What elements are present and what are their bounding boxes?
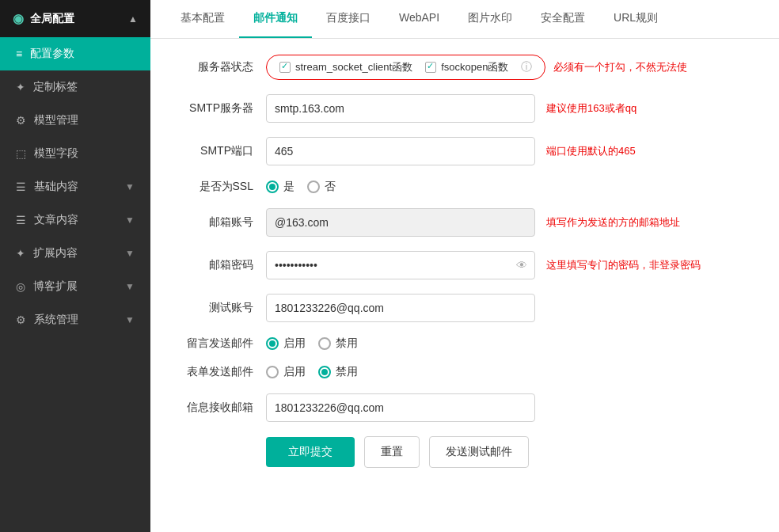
form-email-radio-group: 启用 禁用: [266, 365, 358, 379]
sidebar-item-system-mgmt[interactable]: ⚙ 系统管理 ▼: [0, 303, 150, 336]
sidebar-item-blogger-ext-label: 博客扩展: [33, 279, 78, 294]
basic-content-icon: ☰: [16, 180, 26, 193]
email-account-row: 邮箱账号 填写作为发送的方的邮箱地址: [174, 208, 755, 237]
form-content: 服务器状态 stream_socket_client函数 fsockopen函数…: [150, 39, 779, 532]
model-fields-icon: ⬚: [16, 147, 26, 160]
tab-email-notify[interactable]: 邮件通知: [239, 0, 312, 38]
comment-enabled-label: 启用: [283, 336, 306, 351]
email-password-wrapper: 👁: [266, 251, 535, 279]
config-params-icon: ≡: [16, 48, 22, 60]
test-email-button[interactable]: 发送测试邮件: [429, 436, 529, 468]
stream-socket-func: stream_socket_client函数: [279, 60, 412, 74]
receive-email-input[interactable]: [266, 393, 535, 422]
comment-email-radio-group: 启用 禁用: [266, 336, 358, 351]
ssl-label: 是否为SSL: [174, 180, 253, 194]
ssl-row: 是否为SSL 是 否: [174, 180, 755, 194]
stream-socket-checkbox[interactable]: [279, 62, 291, 73]
smtp-port-label: SMTP端口: [174, 144, 253, 158]
email-account-label: 邮箱账号: [174, 215, 253, 230]
tab-url-rules[interactable]: URL规则: [599, 0, 672, 38]
smtp-server-row: SMTP服务器 建议使用163或者qq: [174, 94, 755, 123]
form-enabled-option[interactable]: 启用: [266, 365, 306, 379]
sidebar-header-arrow-icon: ▲: [128, 13, 138, 25]
comment-disabled-radio[interactable]: [318, 337, 331, 350]
basic-content-arrow-icon: ▼: [125, 181, 135, 192]
ssl-yes-option[interactable]: 是: [266, 180, 294, 194]
extended-content-icon: ✦: [16, 247, 25, 260]
email-password-label: 邮箱密码: [174, 258, 253, 272]
smtp-port-input[interactable]: [266, 137, 535, 165]
fsockopen-checkbox[interactable]: [425, 62, 436, 73]
reset-button[interactable]: 重置: [364, 436, 420, 468]
email-password-row: 邮箱密码 👁 这里填写专门的密码，非登录密码: [174, 251, 755, 279]
comment-enabled-option[interactable]: 启用: [266, 336, 306, 351]
tab-watermark[interactable]: 图片水印: [454, 0, 526, 38]
sidebar-header-label: 全局配置: [30, 12, 74, 26]
sidebar-item-model-fields[interactable]: ⬚ 模型字段: [0, 137, 150, 170]
ssl-no-option[interactable]: 否: [307, 180, 336, 194]
form-email-label: 表单发送邮件: [174, 365, 253, 379]
form-enabled-label: 启用: [283, 365, 306, 379]
ssl-yes-radio[interactable]: [266, 180, 279, 193]
sidebar-item-basic-content-label: 基础内容: [34, 180, 78, 194]
sidebar-item-model-mgmt-label: 模型管理: [34, 113, 78, 127]
info-icon[interactable]: ⓘ: [521, 60, 532, 74]
test-account-label: 测试账号: [174, 301, 253, 315]
ssl-yes-label: 是: [283, 180, 294, 194]
extended-content-arrow-icon: ▼: [125, 248, 135, 259]
button-row: 立即提交 重置 发送测试邮件: [174, 436, 755, 468]
email-account-hint: 填写作为发送的方的邮箱地址: [546, 215, 680, 230]
sidebar-item-system-mgmt-label: 系统管理: [34, 313, 78, 327]
tab-baidu-api[interactable]: 百度接口: [312, 0, 385, 38]
eye-icon[interactable]: 👁: [516, 259, 527, 272]
stream-socket-label: stream_socket_client函数: [295, 60, 412, 74]
main-content: 基本配置 邮件通知 百度接口 WebAPI 图片水印 安全配置 URL规则 服务…: [150, 0, 779, 532]
sidebar-item-article-content[interactable]: ☰ 文章内容 ▼: [0, 203, 150, 237]
sidebar-item-blogger-ext[interactable]: ◎ 博客扩展 ▼: [0, 270, 150, 303]
email-password-input[interactable]: [266, 251, 535, 279]
blogger-ext-icon: ◎: [16, 280, 25, 293]
test-account-input[interactable]: [266, 294, 535, 322]
ssl-radio-group: 是 否: [266, 180, 336, 194]
form-enabled-radio[interactable]: [266, 366, 279, 378]
ssl-no-radio[interactable]: [307, 180, 320, 193]
comment-disabled-option[interactable]: 禁用: [318, 336, 358, 351]
model-mgmt-icon: ⚙: [16, 114, 26, 127]
email-password-hint: 这里填写专门的密码，非登录密码: [546, 258, 701, 272]
sidebar: ◉ 全局配置 ▲ ≡ 配置参数 ✦ 定制标签 ⚙ 模型管理 ⬚ 模型字段 ☰ 基…: [0, 0, 150, 532]
fsockopen-func: fsockopen函数: [425, 60, 508, 74]
form-disabled-radio[interactable]: [318, 366, 331, 378]
receive-email-row: 信息接收邮箱: [174, 393, 755, 422]
sidebar-item-custom-tags[interactable]: ✦ 定制标签: [0, 70, 150, 104]
sidebar-item-extended-content-label: 扩展内容: [33, 246, 78, 260]
email-account-input[interactable]: [266, 208, 535, 237]
smtp-server-hint: 建议使用163或者qq: [546, 101, 636, 116]
smtp-server-label: SMTP服务器: [174, 101, 253, 116]
sidebar-item-config-params[interactable]: ≡ 配置参数: [0, 37, 150, 70]
sidebar-item-model-mgmt[interactable]: ⚙ 模型管理: [0, 104, 150, 137]
ssl-no-label: 否: [325, 180, 336, 194]
tab-webapi[interactable]: WebAPI: [385, 0, 454, 38]
server-status-label: 服务器状态: [174, 60, 253, 74]
form-disabled-option[interactable]: 禁用: [318, 365, 358, 379]
comment-enabled-radio[interactable]: [266, 337, 279, 350]
sidebar-item-basic-content[interactable]: ☰ 基础内容 ▼: [0, 170, 150, 203]
tab-security[interactable]: 安全配置: [526, 0, 599, 38]
server-status-row: 服务器状态 stream_socket_client函数 fsockopen函数…: [174, 55, 755, 80]
system-mgmt-icon: ⚙: [16, 314, 26, 326]
global-config-icon: ◉: [13, 11, 24, 26]
sidebar-item-config-params-label: 配置参数: [30, 47, 74, 61]
system-mgmt-arrow-icon: ▼: [125, 314, 135, 325]
comment-email-row: 留言发送邮件 启用 禁用: [174, 336, 755, 351]
submit-button[interactable]: 立即提交: [266, 437, 355, 467]
smtp-server-input[interactable]: [266, 94, 535, 123]
smtp-port-hint: 端口使用默认的465: [546, 144, 636, 158]
tab-bar: 基本配置 邮件通知 百度接口 WebAPI 图片水印 安全配置 URL规则: [150, 0, 779, 39]
tab-basic-config[interactable]: 基本配置: [166, 0, 239, 38]
sidebar-item-custom-tags-label: 定制标签: [33, 80, 78, 94]
sidebar-item-extended-content[interactable]: ✦ 扩展内容 ▼: [0, 237, 150, 270]
server-hint: 必须有一个打勾，不然无法使: [553, 60, 687, 74]
comment-disabled-label: 禁用: [336, 336, 358, 351]
article-content-arrow-icon: ▼: [125, 215, 135, 226]
sidebar-item-article-content-label: 文章内容: [34, 213, 78, 227]
